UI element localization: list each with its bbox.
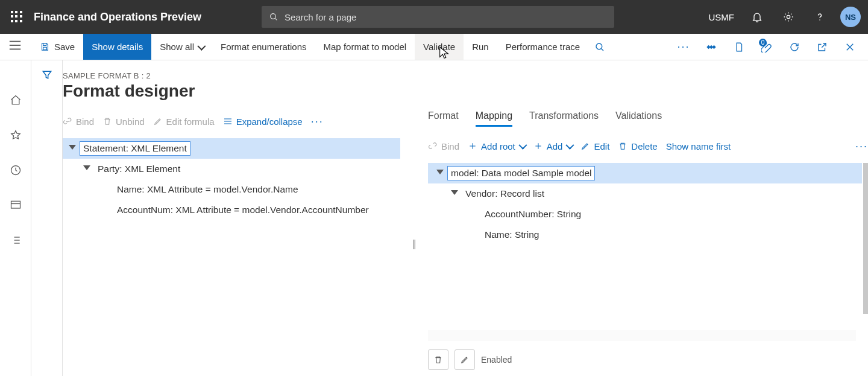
tree-node-accountnum[interactable]: AccountNum: XML Attribute = model.Vendor…	[63, 200, 400, 220]
plus-icon	[533, 141, 543, 151]
expander-icon[interactable]	[69, 145, 76, 152]
mapping-footer: Enabled	[428, 330, 856, 370]
tab-transformations[interactable]: Transformations	[529, 110, 599, 127]
chevron-down-icon	[566, 141, 574, 150]
delete-button[interactable]: Delete	[618, 141, 657, 151]
filter-icon	[41, 69, 53, 81]
popout-icon	[817, 42, 828, 53]
bind-button[interactable]: Bind	[63, 116, 94, 127]
svg-rect-8	[706, 45, 710, 48]
add-button[interactable]: Add	[533, 141, 573, 151]
page-body: SAMPLE FORMAT B : 2 Format designer Bind…	[0, 60, 868, 376]
recent-nav-button[interactable]	[6, 161, 25, 180]
svg-point-5	[596, 43, 602, 49]
footer-edit-button[interactable]	[454, 349, 475, 370]
list-icon	[10, 234, 22, 246]
format-tree[interactable]: Statement: XML Element Party: XML Elemen…	[63, 138, 400, 220]
tree-node-vendor[interactable]: Vendor: Record list	[428, 183, 862, 204]
show-all-button[interactable]: Show all	[151, 34, 212, 60]
svg-rect-4	[43, 47, 47, 49]
notifications-button[interactable]	[746, 6, 768, 28]
command-bar: Save Show details Show all Format enumer…	[0, 34, 868, 60]
tree-node-name[interactable]: Name: XML Attribute = model.Vendor.Name	[63, 179, 400, 200]
settings-button[interactable]	[778, 6, 799, 28]
chevron-down-icon	[518, 141, 527, 150]
svg-point-3	[819, 19, 820, 21]
expand-collapse-button[interactable]: Expand/collapse	[223, 116, 303, 127]
tree-node-name[interactable]: Name: String	[428, 225, 862, 245]
popout-button[interactable]	[813, 37, 832, 57]
run-button[interactable]: Run	[464, 34, 497, 60]
workspaces-nav-button[interactable]	[6, 196, 25, 215]
edit-button[interactable]: Edit	[580, 141, 609, 151]
gear-icon	[782, 11, 794, 23]
attachments-button[interactable]: 0	[757, 37, 776, 57]
search-icon	[269, 12, 278, 22]
tree-node-model[interactable]: model: Data model Sample model	[428, 163, 862, 183]
mapping-tree[interactable]: model: Data model Sample model Vendor: R…	[428, 163, 862, 245]
tab-format[interactable]: Format	[428, 110, 459, 127]
tab-mapping[interactable]: Mapping	[476, 110, 512, 127]
validate-button[interactable]: Validate	[415, 34, 464, 60]
mapping-toolbar: Bind Add root Add Edit	[428, 135, 868, 157]
modules-nav-button[interactable]	[6, 231, 25, 250]
format-toolbar-more-button[interactable]: ···	[311, 115, 324, 128]
help-icon	[814, 11, 826, 23]
unbind-button[interactable]: Unbind	[102, 116, 145, 127]
close-button[interactable]	[840, 37, 860, 57]
trash-icon	[618, 141, 627, 151]
tree-node-party[interactable]: Party: XML Element	[63, 159, 400, 179]
more-actions-button[interactable]: ···	[674, 37, 693, 57]
edit-formula-button[interactable]: Edit formula	[153, 116, 215, 127]
tree-expand-icon	[223, 116, 233, 126]
search-command-button[interactable]	[588, 34, 611, 60]
trash-icon	[102, 116, 112, 126]
nav-toggle-button[interactable]	[8, 40, 22, 53]
options-button[interactable]	[702, 37, 721, 57]
clock-icon	[10, 164, 22, 176]
tree-node-statement[interactable]: Statement: XML Element	[63, 138, 400, 159]
mapping-tree-scroll[interactable]: model: Data model Sample model Vendor: R…	[428, 163, 868, 314]
pane-splitter[interactable]: ‖	[406, 110, 422, 376]
company-picker[interactable]: USMF	[706, 12, 737, 22]
workspace-icon	[10, 199, 22, 211]
page-options-button[interactable]	[729, 37, 749, 57]
format-tree-toolbar: Bind Unbind Edit formula Expand/collapse	[63, 110, 400, 132]
bell-icon	[751, 11, 763, 23]
home-icon	[10, 94, 22, 106]
footer-delete-button[interactable]	[428, 349, 448, 370]
link-icon	[63, 116, 72, 126]
mapping-toolbar-more-button[interactable]: ···	[855, 140, 868, 153]
refresh-button[interactable]	[785, 37, 804, 57]
add-root-button[interactable]: Add root	[468, 141, 525, 151]
tab-validations[interactable]: Validations	[615, 110, 662, 127]
user-avatar[interactable]: NS	[840, 7, 861, 27]
performance-trace-button[interactable]: Performance trace	[497, 34, 588, 60]
attachment-count-badge: 0	[759, 39, 767, 46]
favorites-nav-button[interactable]	[6, 126, 25, 145]
expander-icon[interactable]	[83, 165, 90, 173]
save-button[interactable]: Save	[31, 34, 83, 60]
pencil-icon	[460, 355, 470, 365]
format-enumerations-button[interactable]: Format enumerations	[212, 34, 315, 60]
svg-point-0	[271, 14, 276, 19]
topbar: Finance and Operations Preview Search fo…	[0, 0, 868, 34]
hamburger-icon	[8, 40, 22, 51]
left-nav-rail	[0, 60, 31, 376]
global-search[interactable]: Search for a page	[262, 6, 614, 28]
show-details-button[interactable]: Show details	[83, 34, 151, 60]
expander-icon[interactable]	[451, 190, 458, 197]
map-format-to-model-button[interactable]: Map format to model	[315, 34, 415, 60]
search-icon	[594, 42, 605, 53]
expander-icon[interactable]	[436, 170, 444, 177]
trash-icon	[433, 355, 443, 365]
show-name-first-button[interactable]: Show name first	[666, 141, 731, 151]
app-launcher-button[interactable]	[0, 11, 34, 23]
breadcrumb: SAMPLE FORMAT B : 2	[63, 71, 868, 80]
svg-rect-9	[712, 45, 715, 48]
mapping-bind-button[interactable]: Bind	[428, 141, 459, 151]
filter-button[interactable]	[41, 69, 53, 376]
help-button[interactable]	[809, 6, 831, 28]
home-nav-button[interactable]	[6, 91, 25, 110]
tree-node-accountnumber[interactable]: AccountNumber: String	[428, 204, 862, 225]
